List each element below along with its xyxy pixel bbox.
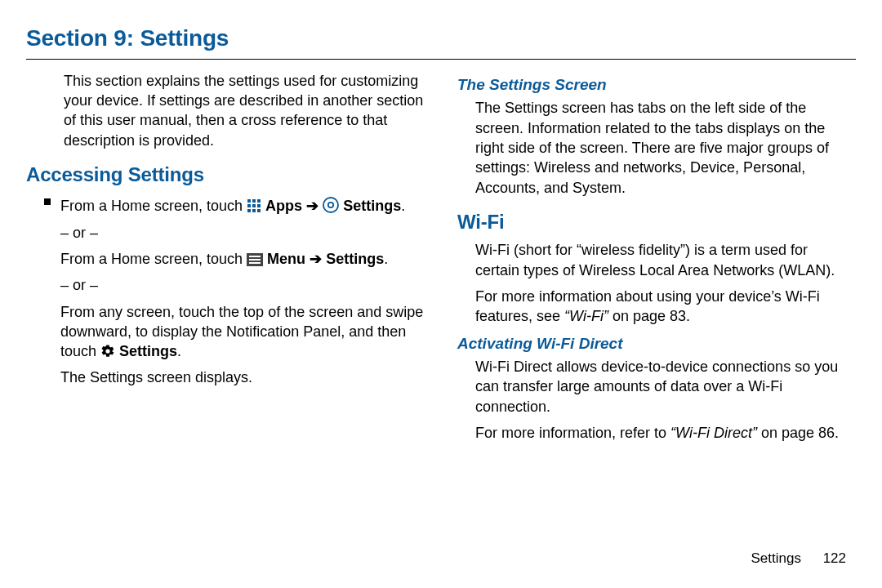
svg-rect-4 bbox=[252, 204, 256, 207]
menu-icon bbox=[247, 253, 263, 266]
intro-paragraph: This section explains the settings used … bbox=[26, 71, 425, 150]
settings-gear-circle-icon bbox=[323, 197, 339, 213]
svg-rect-1 bbox=[252, 199, 256, 203]
settings-screen-paragraph: The Settings screen has tabs on the left… bbox=[457, 98, 856, 197]
right-column: The Settings Screen The Settings screen … bbox=[457, 68, 856, 450]
svg-rect-0 bbox=[247, 199, 251, 203]
svg-rect-3 bbox=[247, 204, 251, 207]
svg-point-10 bbox=[328, 203, 333, 207]
text: From any screen, touch the top of the sc… bbox=[60, 304, 423, 360]
svg-rect-8 bbox=[257, 209, 261, 212]
arrow-icon: ➔ bbox=[306, 198, 318, 214]
text: on page 83. bbox=[608, 308, 690, 324]
svg-rect-5 bbox=[257, 204, 261, 207]
wifi-paragraph-1: Wi-Fi (short for “wireless fidelity”) is… bbox=[457, 240, 856, 280]
text: . bbox=[401, 198, 405, 214]
settings-label: Settings bbox=[326, 251, 384, 267]
text: on page 86. bbox=[757, 425, 839, 441]
heading-wifi-direct: Activating Wi-Fi Direct bbox=[457, 333, 856, 354]
wifi-direct-paragraph-2: For more information, refer to “Wi-Fi Di… bbox=[457, 423, 856, 443]
crossref-wifi: “Wi-Fi” bbox=[564, 308, 608, 324]
divider bbox=[26, 59, 856, 60]
svg-rect-14 bbox=[249, 262, 261, 264]
wifi-direct-paragraph-1: Wi-Fi Direct allows device-to-device con… bbox=[457, 357, 856, 416]
page-title: Section 9: Settings bbox=[26, 23, 856, 54]
footer-page-number: 122 bbox=[823, 550, 846, 566]
menu-label: Menu bbox=[267, 251, 305, 267]
or-separator: – or – bbox=[60, 223, 425, 243]
heading-wifi: Wi-Fi bbox=[457, 209, 856, 235]
svg-rect-2 bbox=[257, 199, 261, 203]
apps-label: Apps bbox=[265, 198, 302, 214]
page-footer: Settings 122 bbox=[751, 550, 846, 568]
svg-point-9 bbox=[323, 198, 338, 212]
heading-settings-screen: The Settings Screen bbox=[457, 74, 856, 96]
step-line-2: From a Home screen, touch Menu ➔ Setting… bbox=[60, 249, 425, 269]
text: . bbox=[177, 343, 181, 359]
wifi-paragraph-2: For more information about using your de… bbox=[457, 287, 856, 327]
step-line-1: From a Home screen, touch Apps ➔ bbox=[60, 196, 425, 216]
text: . bbox=[384, 251, 388, 267]
bullet-square-icon bbox=[44, 198, 51, 205]
content-columns: This section explains the settings used … bbox=[26, 68, 856, 450]
or-separator: – or – bbox=[60, 275, 425, 295]
crossref-wifi-direct: “Wi-Fi Direct” bbox=[670, 425, 757, 441]
settings-gear-icon bbox=[100, 344, 115, 359]
svg-rect-13 bbox=[249, 259, 261, 261]
svg-rect-7 bbox=[252, 209, 256, 212]
step-list-item: From a Home screen, touch Apps ➔ bbox=[26, 193, 425, 394]
left-column: This section explains the settings used … bbox=[26, 68, 425, 450]
settings-label: Settings bbox=[119, 343, 177, 359]
step-line-3: From any screen, touch the top of the sc… bbox=[60, 302, 425, 362]
text: For more information, refer to bbox=[475, 425, 670, 441]
svg-rect-12 bbox=[249, 256, 261, 257]
svg-rect-6 bbox=[247, 209, 251, 212]
heading-accessing-settings: Accessing Settings bbox=[26, 162, 425, 188]
arrow-icon: ➔ bbox=[310, 251, 322, 267]
footer-section-label: Settings bbox=[751, 550, 800, 566]
text: From a Home screen, touch bbox=[60, 198, 247, 214]
settings-label: Settings bbox=[343, 198, 401, 214]
apps-grid-icon bbox=[247, 198, 261, 213]
step-result: The Settings screen displays. bbox=[60, 368, 425, 387]
text: From a Home screen, touch bbox=[60, 251, 247, 267]
